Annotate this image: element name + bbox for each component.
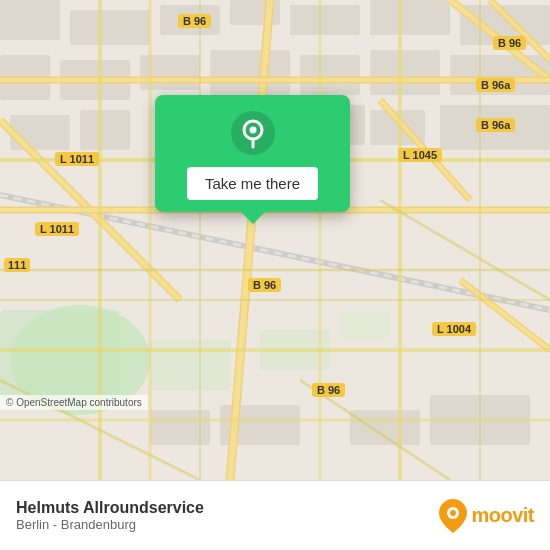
- copyright-notice: © OpenStreetMap contributors: [0, 395, 148, 410]
- road-label-l1011-1: L 1011: [55, 152, 99, 166]
- svg-rect-3: [150, 340, 230, 390]
- svg-rect-17: [300, 55, 360, 95]
- road-label-b96a-1: B 96a: [476, 78, 515, 92]
- svg-rect-16: [210, 50, 290, 95]
- svg-rect-6: [0, 0, 60, 40]
- svg-rect-27: [350, 410, 420, 445]
- map-container: B 96 B 96 B 96a B 96a L 1011 L 1011 L 10…: [0, 0, 550, 480]
- map-popup[interactable]: Take me there: [155, 95, 350, 212]
- moovit-brand-text: moovit: [471, 504, 534, 527]
- location-info: Helmuts Allroundservice Berlin - Branden…: [16, 499, 439, 532]
- moovit-logo: moovit: [439, 499, 534, 533]
- road-label-b96-lower: B 96: [312, 383, 345, 397]
- road-label-b96a-2: B 96a: [476, 118, 515, 132]
- road-label-l1011-2: L 1011: [35, 222, 79, 236]
- svg-rect-10: [290, 5, 360, 35]
- svg-point-66: [450, 510, 456, 516]
- road-label-b96-mid: B 96: [248, 278, 281, 292]
- road-label-b96-right: B 96: [493, 36, 526, 50]
- svg-rect-21: [80, 110, 130, 150]
- location-subtitle: Berlin - Brandenburg: [16, 517, 439, 532]
- moovit-pin-icon: [439, 499, 467, 533]
- location-title: Helmuts Allroundservice: [16, 499, 439, 517]
- bottom-bar: Helmuts Allroundservice Berlin - Branden…: [0, 480, 550, 550]
- road-label-l1045: L 1045: [398, 148, 442, 162]
- location-pin-icon: [231, 111, 275, 155]
- road-label-l1004: L 1004: [432, 322, 476, 336]
- svg-rect-7: [70, 10, 150, 45]
- road-label-b96-top: B 96: [178, 14, 211, 28]
- svg-point-63: [249, 127, 256, 134]
- svg-rect-11: [370, 0, 450, 35]
- svg-rect-18: [370, 50, 440, 95]
- svg-rect-20: [10, 115, 70, 150]
- road-label-111: 111: [4, 258, 30, 272]
- svg-rect-5: [340, 310, 390, 340]
- take-me-there-button[interactable]: Take me there: [187, 167, 318, 200]
